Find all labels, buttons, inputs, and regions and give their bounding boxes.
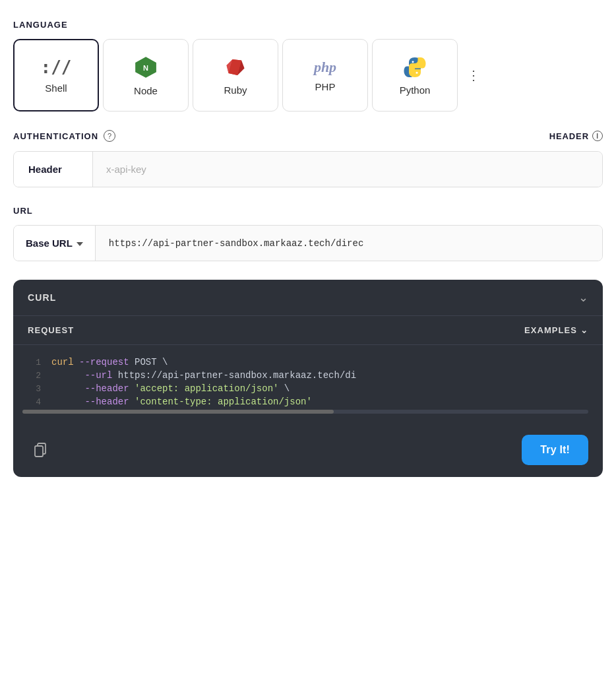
code-body: 1 curl --request POST \ 2 --url https://… — [13, 345, 603, 428]
header-info-icon[interactable]: i — [592, 131, 603, 141]
curl-label: CURL — [28, 292, 56, 303]
auth-title-group: AUTHENTICATION ? — [13, 130, 115, 142]
copy-button[interactable] — [28, 437, 53, 462]
lang-name-shell: Shell — [45, 82, 67, 94]
code-url-flag: --url — [51, 370, 112, 381]
url-base-url-label: Base URL — [26, 238, 73, 249]
auth-input-field[interactable]: x-api-key — [93, 152, 602, 187]
code-line-1: 1 curl --request POST \ — [22, 357, 588, 367]
auth-input-row: Header x-api-key — [13, 151, 603, 187]
clipboard-icon — [32, 442, 48, 458]
code-accept-header: 'accept: application/json' — [129, 383, 279, 394]
url-base-url-dropdown[interactable]: Base URL — [14, 226, 96, 261]
examples-chevron-icon: ⌄ — [580, 325, 588, 335]
collapse-button[interactable]: ⌄ — [578, 290, 588, 305]
lang-card-python[interactable]: Python — [372, 39, 458, 111]
chevron-down-icon — [77, 242, 83, 246]
language-section-label: LANGUAGE — [13, 20, 603, 30]
svg-rect-10 — [35, 446, 43, 457]
lang-card-node[interactable]: N Node — [103, 39, 189, 111]
code-subheader: REQUEST EXAMPLES ⌄ — [13, 316, 603, 345]
code-curl-keyword: curl — [51, 357, 74, 367]
shell-icon: :// — [41, 57, 72, 77]
lang-name-python: Python — [400, 84, 431, 96]
request-label: REQUEST — [28, 325, 74, 335]
ruby-icon — [224, 55, 247, 79]
try-it-button[interactable]: Try It! — [522, 435, 588, 465]
code-post-plain: POST \ — [129, 357, 168, 367]
line-number-4: 4 — [22, 397, 41, 407]
code-backslash-1: \ — [278, 383, 290, 394]
lang-name-ruby: Ruby — [224, 84, 247, 96]
code-url-value: https://api-partner-sandbox.markaaz.tech… — [112, 370, 356, 381]
line-number-1: 1 — [22, 358, 41, 367]
code-request-flag: --request — [74, 357, 129, 367]
language-section: LANGUAGE :// Shell N Node Ruby — [13, 20, 603, 111]
authentication-section: AUTHENTICATION ? HEADER i Header x-api-k… — [13, 130, 603, 187]
code-scrollbar-thumb — [22, 410, 334, 414]
lang-card-shell[interactable]: :// Shell — [13, 39, 99, 111]
auth-placeholder: x-api-key — [106, 164, 146, 175]
svg-point-8 — [416, 71, 418, 73]
lang-card-ruby[interactable]: Ruby — [193, 39, 278, 111]
code-footer: Try It! — [13, 428, 603, 477]
auth-header-row: AUTHENTICATION ? HEADER i — [13, 130, 603, 142]
language-cards: :// Shell N Node Ruby php PHP — [13, 39, 603, 111]
svg-text:N: N — [143, 63, 148, 71]
header-badge: HEADER i — [549, 131, 603, 141]
auth-section-label: AUTHENTICATION — [13, 131, 98, 141]
url-section: URL Base URL https://api-partner-sandbox… — [13, 206, 603, 261]
code-line-3: 3 --header 'accept: application/json' \ — [22, 383, 588, 394]
header-badge-label: HEADER — [549, 131, 589, 141]
code-scrollbar-track[interactable] — [22, 410, 588, 414]
line-number-2: 2 — [22, 371, 41, 381]
code-line-4: 4 --header 'content-type: application/js… — [22, 397, 588, 407]
examples-button[interactable]: EXAMPLES ⌄ — [524, 325, 588, 335]
code-header-flag-2: --header — [51, 397, 129, 407]
node-icon: N — [133, 55, 158, 80]
code-block: CURL ⌄ REQUEST EXAMPLES ⌄ 1 curl --reque… — [13, 280, 603, 477]
lang-card-php[interactable]: php PHP — [282, 39, 368, 111]
more-languages-button[interactable]: ⋮ — [462, 63, 485, 87]
url-section-label: URL — [13, 206, 603, 216]
php-icon: php — [314, 59, 336, 76]
line-number-3: 3 — [22, 384, 41, 394]
examples-label: EXAMPLES — [524, 325, 577, 335]
code-content-type-header: 'content-type: application/json' — [129, 397, 312, 407]
lang-name-node: Node — [134, 85, 158, 96]
code-line-2: 2 --url https://api-partner-sandbox.mark… — [22, 370, 588, 381]
auth-help-icon[interactable]: ? — [104, 130, 115, 142]
url-value: https://api-partner-sandbox.markaaz.tech… — [96, 226, 602, 261]
svg-point-7 — [412, 61, 414, 63]
code-header: CURL ⌄ — [13, 280, 603, 316]
python-icon — [403, 55, 427, 79]
url-input-row: Base URL https://api-partner-sandbox.mar… — [13, 225, 603, 261]
code-header-flag-1: --header — [51, 383, 129, 394]
lang-name-php: PHP — [315, 81, 336, 92]
auth-label-cell: Header — [14, 152, 93, 187]
